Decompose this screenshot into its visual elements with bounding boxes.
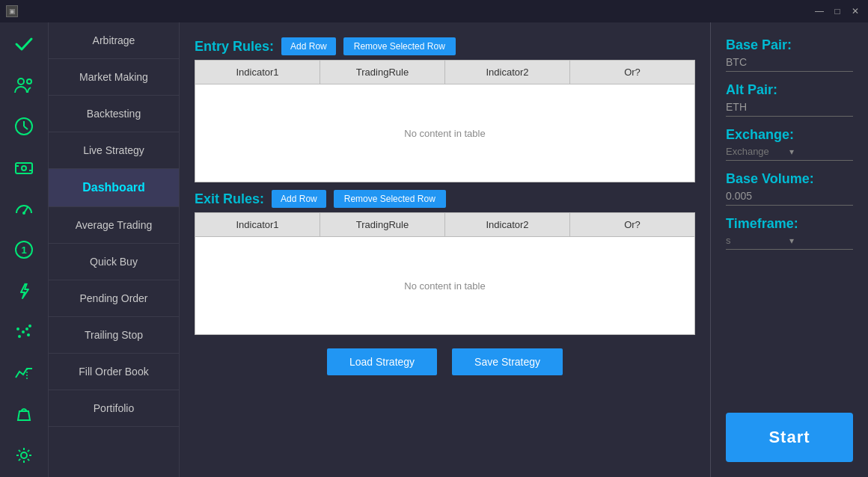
base-volume-group: Base Volume: 0.005 (726, 171, 853, 206)
entry-rules-header: Entry Rules: Add Row Remove Selected Row (195, 37, 695, 55)
entry-table-header: Indicator1 TradingRule Indicator2 Or? (195, 61, 694, 84)
nav-sidebar: Arbitrage Market Making Backtesting Live… (49, 22, 180, 477)
exchange-select[interactable]: Exchange ▾ (726, 146, 853, 161)
icon-sidebar: 1 (0, 22, 49, 477)
alt-pair-value: ETH (726, 101, 853, 117)
entry-rules-section: Entry Rules: Add Row Remove Selected Row… (195, 37, 695, 182)
base-pair-label: Base Pair: (726, 37, 853, 53)
sidebar-item-average-trading[interactable]: Average Trading (49, 207, 179, 244)
settings-icon[interactable] (9, 442, 39, 470)
entry-no-content: No content in table (404, 128, 485, 139)
bottom-buttons: Load Strategy Save Strategy (195, 348, 695, 375)
svg-point-1 (27, 79, 31, 84)
timeframe-chevron-icon: ▾ (789, 236, 853, 246)
start-button[interactable]: Start (726, 413, 853, 462)
svg-point-18 (27, 333, 30, 336)
timeframe-placeholder: s (726, 235, 789, 246)
main-content: Entry Rules: Add Row Remove Selected Row… (180, 22, 710, 477)
exit-rules-section: Exit Rules: Add Row Remove Selected Row … (195, 190, 695, 335)
close-button[interactable]: ✕ (849, 4, 862, 18)
exit-table-header: Indicator1 TradingRule Indicator2 Or? (195, 213, 694, 237)
entry-col-indicator2: Indicator2 (445, 61, 570, 84)
base-volume-label: Base Volume: (726, 171, 853, 187)
entry-rules-title: Entry Rules: (195, 39, 274, 55)
exit-add-row-button[interactable]: Add Row (272, 190, 326, 208)
title-bar-controls: — □ ✕ (813, 4, 862, 18)
svg-point-15 (25, 327, 28, 330)
sidebar-item-market-making[interactable]: Market Making (49, 59, 179, 96)
exit-no-content: No content in table (404, 280, 485, 292)
sidebar-item-quick-buy[interactable]: Quick Buy (49, 244, 179, 280)
alt-pair-group: Alt Pair: ETH (726, 82, 853, 117)
minimize-button[interactable]: — (813, 4, 826, 18)
exchange-label: Exchange: (726, 127, 853, 143)
timeframe-group: Timeframe: s ▾ (726, 216, 853, 250)
app-body: 1 (0, 22, 868, 477)
timeframe-select[interactable]: s ▾ (726, 235, 853, 250)
exit-remove-row-button[interactable]: Remove Selected Row (334, 190, 446, 208)
bolt-icon[interactable] (9, 277, 39, 305)
load-strategy-button[interactable]: Load Strategy (327, 348, 437, 375)
sidebar-item-arbitrage[interactable]: Arbitrage (49, 22, 179, 59)
check-icon[interactable] (9, 30, 39, 58)
sidebar-item-pending-order[interactable]: Pending Order (49, 280, 179, 317)
alt-pair-label: Alt Pair: (726, 82, 853, 98)
sidebar-item-dashboard[interactable]: Dashboard (49, 169, 179, 207)
svg-line-4 (24, 126, 28, 129)
svg-point-16 (28, 324, 31, 327)
exit-table-body: No content in table (195, 237, 694, 334)
exit-col-indicator1: Indicator1 (195, 213, 320, 236)
sidebar-item-trailing-stop[interactable]: Trailing Stop (49, 317, 179, 354)
svg-rect-5 (16, 163, 32, 173)
svg-point-0 (18, 79, 24, 84)
clock-icon[interactable] (9, 112, 39, 140)
base-pair-value: BTC (726, 56, 853, 72)
svg-point-13 (18, 335, 21, 338)
save-strategy-button[interactable]: Save Strategy (452, 348, 563, 375)
gauge-icon[interactable] (9, 194, 39, 222)
exit-rules-title: Exit Rules: (195, 191, 264, 207)
svg-point-17 (16, 327, 19, 330)
entry-col-or: Or? (570, 61, 694, 84)
exit-rules-table: Indicator1 TradingRule Indicator2 Or? No… (195, 212, 695, 335)
sidebar-item-fill-order-book[interactable]: Fill Order Book (49, 354, 179, 390)
exit-rules-header: Exit Rules: Add Row Remove Selected Row (195, 190, 695, 208)
svg-point-21 (21, 452, 27, 458)
exit-col-or: Or? (570, 213, 694, 236)
entry-add-row-button[interactable]: Add Row (281, 37, 336, 55)
exchange-chevron-icon: ▾ (789, 147, 853, 157)
base-volume-value: 0.005 (726, 190, 853, 206)
bucket-icon[interactable] (9, 401, 39, 428)
entry-rules-table: Indicator1 TradingRule Indicator2 Or? No… (195, 60, 695, 182)
timeframe-label: Timeframe: (726, 216, 853, 232)
app-icon: ▣ (6, 5, 18, 17)
maximize-button[interactable]: □ (831, 4, 844, 18)
exchange-placeholder: Exchange (726, 146, 789, 157)
entry-col-indicator1: Indicator1 (195, 61, 320, 84)
svg-point-14 (22, 330, 25, 333)
entry-remove-row-button[interactable]: Remove Selected Row (343, 37, 456, 55)
exit-col-tradingrule: TradingRule (320, 213, 445, 236)
entry-table-body: No content in table (195, 84, 694, 182)
people-icon[interactable] (9, 71, 39, 99)
scatter-icon[interactable] (9, 318, 39, 346)
exit-col-indicator2: Indicator2 (445, 213, 570, 236)
sidebar-item-backtesting[interactable]: Backtesting (49, 96, 179, 132)
trailing-stop-icon[interactable] (9, 360, 39, 387)
right-panel: Base Pair: BTC Alt Pair: ETH Exchange: E… (711, 22, 868, 477)
title-bar: ▣ — □ ✕ (0, 0, 868, 22)
svg-point-10 (22, 212, 25, 215)
sidebar-item-portfolio[interactable]: Portifolio (49, 390, 179, 427)
svg-point-6 (22, 166, 26, 170)
entry-col-tradingrule: TradingRule (320, 61, 445, 84)
svg-text:1: 1 (21, 244, 26, 256)
number-one-icon[interactable]: 1 (9, 236, 39, 263)
base-pair-group: Base Pair: BTC (726, 37, 853, 72)
title-bar-left: ▣ (6, 5, 18, 17)
money-icon[interactable] (9, 153, 39, 181)
sidebar-item-live-strategy[interactable]: Live Strategy (49, 132, 179, 169)
exchange-group: Exchange: Exchange ▾ (726, 127, 853, 161)
